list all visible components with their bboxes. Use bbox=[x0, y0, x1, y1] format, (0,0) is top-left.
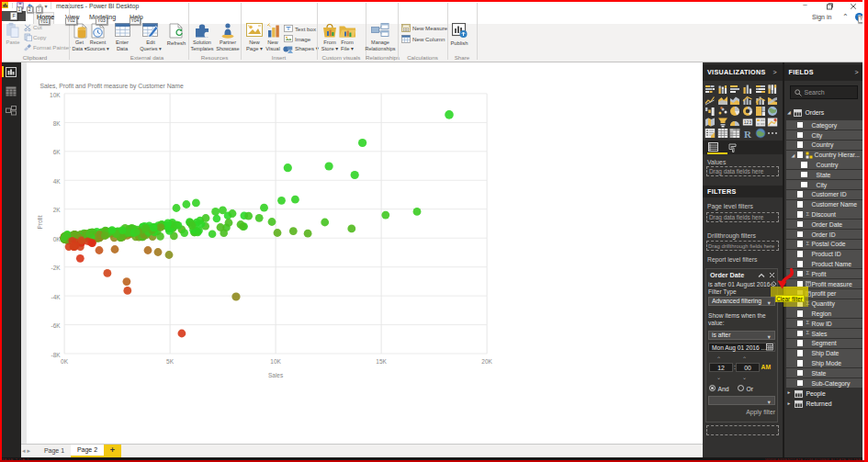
svg-text:-2K: -2K bbox=[51, 265, 61, 271]
svg-text:Sales, Profit and Profit measu: Sales, Profit and Profit measure by Cust… bbox=[39, 82, 184, 89]
svg-text:123: 123 bbox=[744, 119, 752, 125]
svg-text:Sales: Sales bbox=[268, 371, 284, 377]
svg-text:20K: 20K bbox=[481, 358, 492, 365]
svg-text:-4K: -4K bbox=[51, 293, 61, 299]
svg-text:R: R bbox=[744, 128, 752, 139]
svg-text:0K: 0K bbox=[53, 235, 62, 242]
svg-text:-6K: -6K bbox=[51, 322, 61, 329]
svg-text:10K: 10K bbox=[50, 91, 61, 97]
svg-text:4K: 4K bbox=[53, 177, 62, 184]
svg-text:8K: 8K bbox=[53, 120, 62, 127]
svg-text:10K: 10K bbox=[270, 358, 281, 365]
svg-text:5K: 5K bbox=[166, 358, 175, 365]
svg-text:0K: 0K bbox=[61, 358, 69, 365]
svg-text:2K: 2K bbox=[53, 207, 62, 213]
svg-text:-8K: -8K bbox=[51, 351, 61, 357]
svg-text:Profit: Profit bbox=[37, 215, 43, 229]
svg-text:6K: 6K bbox=[53, 149, 62, 155]
svg-text:15K: 15K bbox=[376, 358, 387, 365]
